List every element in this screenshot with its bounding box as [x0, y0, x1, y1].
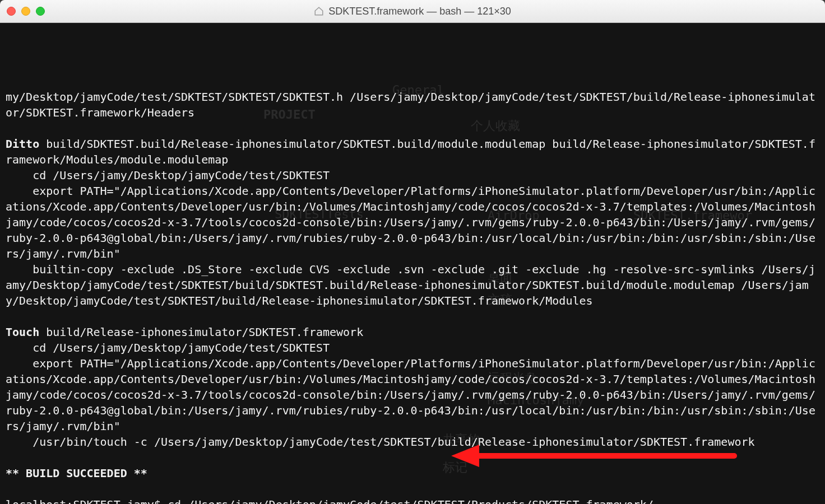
- terminal-body[interactable]: General PROJECT SDKTESTTests 个人收藏 AirDro…: [0, 23, 825, 504]
- prompt-line: localhost:SDKTEST jamy$ cd /Users/jamy/D…: [6, 498, 653, 504]
- home-icon: [314, 6, 324, 16]
- ditto-keyword: Ditto: [6, 137, 39, 151]
- terminal-line: my/Desktop/jamyCode/test/SDKTEST/SDKTEST…: [6, 90, 815, 119]
- terminal-line: builtin-copy -exclude .DS_Store -exclude…: [6, 263, 815, 307]
- build-succeeded: ** BUILD SUCCEEDED **: [6, 466, 147, 480]
- terminal-line: /usr/bin/touch -c /Users/jamy/Desktop/ja…: [6, 435, 755, 449]
- terminal-line: cd /Users/jamy/Desktop/jamyCode/test/SDK…: [6, 341, 330, 354]
- titlebar: SDKTEST.framework — bash — 121×30: [0, 0, 825, 23]
- terminal-line: export PATH="/Applications/Xcode.app/Con…: [6, 357, 815, 433]
- terminal-line: cd /Users/jamy/Desktop/jamyCode/test/SDK…: [6, 169, 330, 182]
- traffic-lights: [7, 7, 45, 16]
- window-title: SDKTEST.framework — bash — 121×30: [0, 6, 825, 17]
- terminal-line: export PATH="/Applications/Xcode.app/Con…: [6, 184, 815, 260]
- maximize-button[interactable]: [36, 7, 45, 16]
- window-title-text: SDKTEST.framework — bash — 121×30: [328, 6, 511, 17]
- touch-keyword: Touch: [6, 325, 39, 339]
- minimize-button[interactable]: [21, 7, 30, 16]
- close-button[interactable]: [7, 7, 16, 16]
- terminal-line: build/SDKTEST.build/Release-iphonesimula…: [6, 137, 815, 166]
- bg-favorites: 个人收藏: [471, 118, 520, 134]
- terminal-window: SDKTEST.framework — bash — 121×30 Genera…: [0, 0, 825, 504]
- terminal-line: build/Release-iphonesimulator/SDKTEST.fr…: [39, 325, 363, 339]
- bg-project: PROJECT: [263, 107, 316, 123]
- bg-tags: 标记: [443, 460, 467, 475]
